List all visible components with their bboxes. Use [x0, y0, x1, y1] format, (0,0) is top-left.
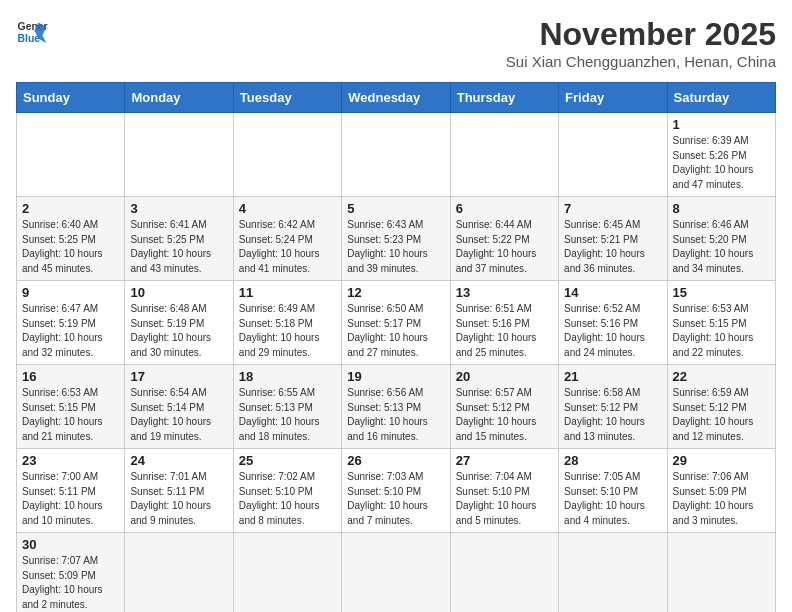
day-cell: 12Sunrise: 6:50 AM Sunset: 5:17 PM Dayli… — [342, 281, 450, 365]
day-cell — [559, 533, 667, 613]
day-number: 9 — [22, 285, 119, 300]
col-header-thursday: Thursday — [450, 83, 558, 113]
day-cell: 2Sunrise: 6:40 AM Sunset: 5:25 PM Daylig… — [17, 197, 125, 281]
day-number: 10 — [130, 285, 227, 300]
week-row-2: 2Sunrise: 6:40 AM Sunset: 5:25 PM Daylig… — [17, 197, 776, 281]
day-number: 22 — [673, 369, 770, 384]
day-cell: 8Sunrise: 6:46 AM Sunset: 5:20 PM Daylig… — [667, 197, 775, 281]
day-cell: 11Sunrise: 6:49 AM Sunset: 5:18 PM Dayli… — [233, 281, 341, 365]
day-info: Sunrise: 6:41 AM Sunset: 5:25 PM Dayligh… — [130, 218, 227, 276]
day-cell: 9Sunrise: 6:47 AM Sunset: 5:19 PM Daylig… — [17, 281, 125, 365]
day-info: Sunrise: 6:53 AM Sunset: 5:15 PM Dayligh… — [673, 302, 770, 360]
day-info: Sunrise: 6:54 AM Sunset: 5:14 PM Dayligh… — [130, 386, 227, 444]
day-cell: 22Sunrise: 6:59 AM Sunset: 5:12 PM Dayli… — [667, 365, 775, 449]
day-number: 23 — [22, 453, 119, 468]
day-cell: 27Sunrise: 7:04 AM Sunset: 5:10 PM Dayli… — [450, 449, 558, 533]
month-title: November 2025 — [506, 16, 776, 53]
day-info: Sunrise: 6:47 AM Sunset: 5:19 PM Dayligh… — [22, 302, 119, 360]
day-cell: 10Sunrise: 6:48 AM Sunset: 5:19 PM Dayli… — [125, 281, 233, 365]
day-cell — [233, 533, 341, 613]
day-number: 28 — [564, 453, 661, 468]
day-info: Sunrise: 7:04 AM Sunset: 5:10 PM Dayligh… — [456, 470, 553, 528]
day-number: 30 — [22, 537, 119, 552]
day-info: Sunrise: 6:49 AM Sunset: 5:18 PM Dayligh… — [239, 302, 336, 360]
day-number: 27 — [456, 453, 553, 468]
day-cell — [667, 533, 775, 613]
col-header-wednesday: Wednesday — [342, 83, 450, 113]
day-number: 5 — [347, 201, 444, 216]
day-number: 20 — [456, 369, 553, 384]
day-cell — [125, 533, 233, 613]
day-info: Sunrise: 6:43 AM Sunset: 5:23 PM Dayligh… — [347, 218, 444, 276]
day-info: Sunrise: 6:44 AM Sunset: 5:22 PM Dayligh… — [456, 218, 553, 276]
day-cell: 28Sunrise: 7:05 AM Sunset: 5:10 PM Dayli… — [559, 449, 667, 533]
header: General Blue November 2025 Sui Xian Chen… — [16, 16, 776, 70]
week-row-3: 9Sunrise: 6:47 AM Sunset: 5:19 PM Daylig… — [17, 281, 776, 365]
day-number: 12 — [347, 285, 444, 300]
day-cell: 1Sunrise: 6:39 AM Sunset: 5:26 PM Daylig… — [667, 113, 775, 197]
day-info: Sunrise: 7:06 AM Sunset: 5:09 PM Dayligh… — [673, 470, 770, 528]
day-info: Sunrise: 7:03 AM Sunset: 5:10 PM Dayligh… — [347, 470, 444, 528]
day-cell: 4Sunrise: 6:42 AM Sunset: 5:24 PM Daylig… — [233, 197, 341, 281]
day-cell: 15Sunrise: 6:53 AM Sunset: 5:15 PM Dayli… — [667, 281, 775, 365]
col-header-friday: Friday — [559, 83, 667, 113]
day-info: Sunrise: 6:45 AM Sunset: 5:21 PM Dayligh… — [564, 218, 661, 276]
day-cell: 6Sunrise: 6:44 AM Sunset: 5:22 PM Daylig… — [450, 197, 558, 281]
day-number: 24 — [130, 453, 227, 468]
day-cell: 5Sunrise: 6:43 AM Sunset: 5:23 PM Daylig… — [342, 197, 450, 281]
week-row-1: 1Sunrise: 6:39 AM Sunset: 5:26 PM Daylig… — [17, 113, 776, 197]
day-cell — [450, 533, 558, 613]
day-number: 8 — [673, 201, 770, 216]
day-cell: 3Sunrise: 6:41 AM Sunset: 5:25 PM Daylig… — [125, 197, 233, 281]
day-info: Sunrise: 6:55 AM Sunset: 5:13 PM Dayligh… — [239, 386, 336, 444]
day-info: Sunrise: 6:59 AM Sunset: 5:12 PM Dayligh… — [673, 386, 770, 444]
day-info: Sunrise: 7:01 AM Sunset: 5:11 PM Dayligh… — [130, 470, 227, 528]
day-cell — [342, 113, 450, 197]
day-cell — [559, 113, 667, 197]
day-info: Sunrise: 7:00 AM Sunset: 5:11 PM Dayligh… — [22, 470, 119, 528]
day-info: Sunrise: 6:53 AM Sunset: 5:15 PM Dayligh… — [22, 386, 119, 444]
day-info: Sunrise: 6:56 AM Sunset: 5:13 PM Dayligh… — [347, 386, 444, 444]
day-cell: 7Sunrise: 6:45 AM Sunset: 5:21 PM Daylig… — [559, 197, 667, 281]
day-cell: 25Sunrise: 7:02 AM Sunset: 5:10 PM Dayli… — [233, 449, 341, 533]
day-cell: 16Sunrise: 6:53 AM Sunset: 5:15 PM Dayli… — [17, 365, 125, 449]
calendar-header-row: SundayMondayTuesdayWednesdayThursdayFrid… — [17, 83, 776, 113]
day-cell: 20Sunrise: 6:57 AM Sunset: 5:12 PM Dayli… — [450, 365, 558, 449]
day-info: Sunrise: 6:58 AM Sunset: 5:12 PM Dayligh… — [564, 386, 661, 444]
logo: General Blue — [16, 16, 48, 48]
day-info: Sunrise: 6:52 AM Sunset: 5:16 PM Dayligh… — [564, 302, 661, 360]
day-number: 7 — [564, 201, 661, 216]
day-cell: 21Sunrise: 6:58 AM Sunset: 5:12 PM Dayli… — [559, 365, 667, 449]
day-number: 6 — [456, 201, 553, 216]
location-title: Sui Xian Chengguanzhen, Henan, China — [506, 53, 776, 70]
day-number: 14 — [564, 285, 661, 300]
day-info: Sunrise: 6:48 AM Sunset: 5:19 PM Dayligh… — [130, 302, 227, 360]
day-cell: 19Sunrise: 6:56 AM Sunset: 5:13 PM Dayli… — [342, 365, 450, 449]
day-info: Sunrise: 7:02 AM Sunset: 5:10 PM Dayligh… — [239, 470, 336, 528]
day-cell — [233, 113, 341, 197]
day-number: 4 — [239, 201, 336, 216]
day-cell: 17Sunrise: 6:54 AM Sunset: 5:14 PM Dayli… — [125, 365, 233, 449]
day-number: 1 — [673, 117, 770, 132]
day-info: Sunrise: 6:50 AM Sunset: 5:17 PM Dayligh… — [347, 302, 444, 360]
day-info: Sunrise: 6:42 AM Sunset: 5:24 PM Dayligh… — [239, 218, 336, 276]
day-cell — [342, 533, 450, 613]
day-number: 21 — [564, 369, 661, 384]
day-number: 13 — [456, 285, 553, 300]
day-number: 18 — [239, 369, 336, 384]
day-cell: 18Sunrise: 6:55 AM Sunset: 5:13 PM Dayli… — [233, 365, 341, 449]
day-number: 16 — [22, 369, 119, 384]
day-cell: 26Sunrise: 7:03 AM Sunset: 5:10 PM Dayli… — [342, 449, 450, 533]
week-row-4: 16Sunrise: 6:53 AM Sunset: 5:15 PM Dayli… — [17, 365, 776, 449]
col-header-monday: Monday — [125, 83, 233, 113]
calendar: SundayMondayTuesdayWednesdayThursdayFrid… — [16, 82, 776, 612]
day-number: 25 — [239, 453, 336, 468]
day-info: Sunrise: 6:40 AM Sunset: 5:25 PM Dayligh… — [22, 218, 119, 276]
day-number: 11 — [239, 285, 336, 300]
day-info: Sunrise: 6:39 AM Sunset: 5:26 PM Dayligh… — [673, 134, 770, 192]
day-cell — [125, 113, 233, 197]
day-cell: 29Sunrise: 7:06 AM Sunset: 5:09 PM Dayli… — [667, 449, 775, 533]
week-row-6: 30Sunrise: 7:07 AM Sunset: 5:09 PM Dayli… — [17, 533, 776, 613]
logo-icon: General Blue — [16, 16, 48, 48]
day-cell: 30Sunrise: 7:07 AM Sunset: 5:09 PM Dayli… — [17, 533, 125, 613]
